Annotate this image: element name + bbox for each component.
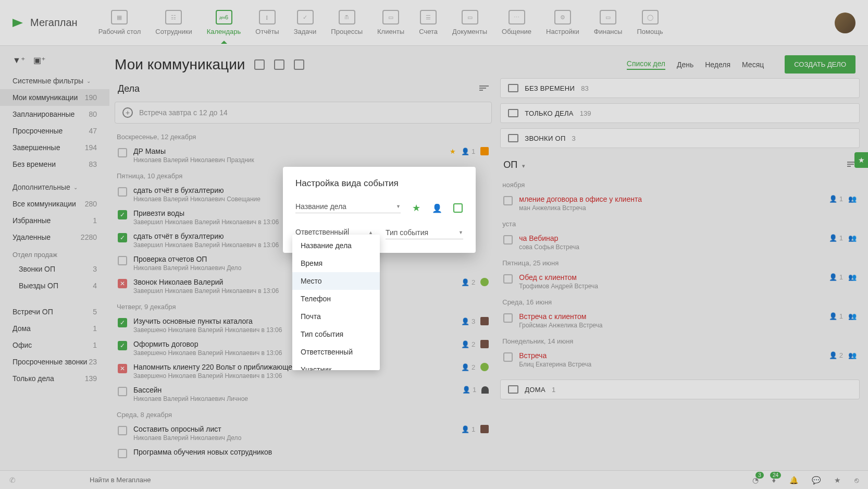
- logout-icon[interactable]: ⎋: [854, 476, 859, 484]
- sidebar-item[interactable]: Просроченные звонки23: [0, 353, 109, 370]
- group-card[interactable]: ТОЛЬКО ДЕЛА 139: [500, 103, 860, 123]
- task-row[interactable]: Встреча Блиц Екатерина Встреча 👤 2 👥: [500, 348, 860, 371]
- calendar-icon[interactable]: [453, 203, 463, 213]
- dropdown-item[interactable]: Тип события: [292, 325, 380, 343]
- sidebar-item[interactable]: Дома1: [0, 320, 109, 337]
- sidebar-item[interactable]: Офис1: [0, 337, 109, 353]
- task-row[interactable]: ДР Мамы Николаев Валерий Николаевич Праз…: [115, 144, 492, 167]
- copy-icon[interactable]: [274, 59, 284, 70]
- nav-item[interactable]: ⫚Процессы: [331, 10, 363, 35]
- task-row[interactable]: Встреча с клиентом Гройсман Анжелика Вст…: [500, 309, 860, 332]
- view-month[interactable]: Месяц: [742, 60, 764, 69]
- task-row[interactable]: ча Вебинар сова Софья Встреча 👤 1 👥: [500, 231, 860, 254]
- checkbox[interactable]: ✓: [118, 233, 127, 242]
- checkbox[interactable]: [503, 235, 513, 244]
- nav-item[interactable]: ✓Задачи: [294, 10, 317, 35]
- flame-icon[interactable]: ♦24: [772, 476, 776, 484]
- sidebar-item[interactable]: Без времени83: [0, 156, 109, 173]
- checkbox[interactable]: [118, 449, 127, 458]
- phone-icon[interactable]: ✆: [9, 476, 16, 484]
- dropdown-item[interactable]: Почта: [292, 308, 380, 325]
- sidebar-item[interactable]: Мои коммуникации190: [0, 89, 109, 106]
- sidebar-item[interactable]: Завершенные194: [0, 139, 109, 156]
- sidebar-item[interactable]: Просроченные47: [0, 123, 109, 139]
- task-row[interactable]: Составить опросный лист Николаев Валерий…: [115, 422, 492, 445]
- checkbox[interactable]: ✓: [118, 341, 127, 350]
- sidebar-item[interactable]: Выезды ОП4: [0, 277, 109, 294]
- global-search[interactable]: [90, 476, 256, 484]
- bell-icon[interactable]: 🔔: [789, 476, 798, 484]
- nav-item[interactable]: ▦Рабочий стол: [98, 10, 141, 35]
- group-card[interactable]: ДОМА 1: [500, 380, 860, 399]
- checkbox[interactable]: [118, 426, 127, 435]
- task-row[interactable]: Обед с клиентом Трофимов Андрей Встреча …: [500, 270, 860, 293]
- task-row[interactable]: Программа обучения новых сотрудников: [115, 445, 492, 461]
- checkbox[interactable]: ✕: [118, 364, 127, 373]
- nav-item[interactable]: ▭Документы: [452, 10, 487, 35]
- nav-item[interactable]: ⋯Общение: [502, 10, 531, 35]
- create-button[interactable]: СОЗДАТЬ ДЕЛО: [785, 55, 855, 74]
- group-card[interactable]: БЕЗ ВРЕМЕНИ 83: [500, 78, 860, 98]
- sidebar-item[interactable]: Избранные1: [0, 212, 109, 229]
- checkbox[interactable]: ✓: [118, 210, 127, 219]
- nav-item[interactable]: ▭Финансы: [594, 10, 623, 35]
- sidebar-item[interactable]: Все коммуникации280: [0, 195, 109, 212]
- view-week[interactable]: Неделя: [705, 60, 730, 69]
- sort-icon[interactable]: [479, 85, 489, 93]
- sidebar-item[interactable]: Запланированные80: [0, 106, 109, 123]
- dropdown-item[interactable]: Телефон: [292, 290, 380, 308]
- checkbox[interactable]: [503, 352, 513, 362]
- nav-item[interactable]: ☰Счета: [419, 10, 438, 35]
- task-row[interactable]: Бассейн Николаев Валерий Николаевич Личн…: [115, 383, 492, 406]
- sidebar-system-head[interactable]: Системные фильтры⌄: [0, 72, 109, 89]
- dropdown-item[interactable]: Место: [292, 272, 380, 290]
- sidebar-item[interactable]: Встречи ОП5: [0, 303, 109, 320]
- sidebar-item[interactable]: Звонки ОП3: [0, 261, 109, 277]
- dropdown-item[interactable]: Время: [292, 254, 380, 272]
- dropdown-item[interactable]: Ответственный: [292, 343, 380, 361]
- dropdown-item[interactable]: Участник: [292, 361, 380, 370]
- add-folder-icon[interactable]: ▣⁺: [33, 55, 45, 65]
- checkbox[interactable]: [503, 274, 513, 284]
- duplicate-icon[interactable]: [254, 59, 265, 70]
- sidebar-item-count: 194: [85, 143, 97, 152]
- field-name[interactable]: Название дела ▼: [295, 200, 401, 213]
- nav-item[interactable]: ⚙Настройки: [546, 10, 579, 35]
- quick-add[interactable]: + Встреча завтра с 12 до 14: [115, 102, 492, 124]
- expanded-group-title[interactable]: ОП ▾: [503, 160, 525, 170]
- person-icon[interactable]: 👤: [432, 203, 442, 213]
- checkbox[interactable]: [118, 387, 127, 396]
- task-row[interactable]: мление договора в офисе у клиента ман Ан…: [500, 192, 860, 215]
- avatar[interactable]: [835, 13, 855, 33]
- edge-tab[interactable]: ★: [854, 152, 868, 168]
- sidebar-item[interactable]: Только дела139: [0, 370, 109, 387]
- checkbox[interactable]: ✓: [118, 318, 127, 327]
- chat-icon[interactable]: 💬: [812, 476, 821, 484]
- field-event-type[interactable]: Тип события ▼: [386, 226, 463, 239]
- checkbox[interactable]: [503, 313, 513, 323]
- nav-item[interactable]: дек6Календарь: [207, 10, 241, 35]
- nav-item[interactable]: ⫿Отчёты: [255, 10, 279, 35]
- logo[interactable]: Мегаплан: [13, 17, 78, 29]
- star-icon[interactable]: ★: [411, 203, 421, 213]
- nav-item[interactable]: ▭Клиенты: [377, 10, 404, 35]
- nav-label: Отчёты: [255, 28, 279, 35]
- dropdown-item[interactable]: Название дела: [292, 237, 380, 254]
- checkbox[interactable]: [118, 148, 127, 157]
- nav-item[interactable]: ☷Сотрудники: [155, 10, 192, 35]
- timer-icon[interactable]: ◔3: [752, 476, 759, 484]
- group-card[interactable]: ЗВОНКИ ОП 3: [500, 128, 860, 148]
- star-icon[interactable]: ★: [834, 476, 841, 484]
- nav-item[interactable]: ◯Помощь: [637, 10, 663, 35]
- checkbox[interactable]: [118, 187, 127, 197]
- sidebar-item[interactable]: Удаленные2280: [0, 229, 109, 246]
- filter-icon[interactable]: ▼⁺: [13, 55, 25, 65]
- checkbox[interactable]: [503, 196, 513, 205]
- card-icon[interactable]: [294, 59, 304, 70]
- sidebar-extra-head[interactable]: Дополнительные⌄: [0, 179, 109, 195]
- checkbox[interactable]: [118, 256, 127, 265]
- view-day[interactable]: День: [677, 60, 693, 69]
- view-list[interactable]: Список дел: [627, 59, 665, 70]
- checkbox[interactable]: ✕: [118, 279, 127, 288]
- main: Дела + Встреча завтра с 12 до 14 Воскрес…: [115, 78, 868, 470]
